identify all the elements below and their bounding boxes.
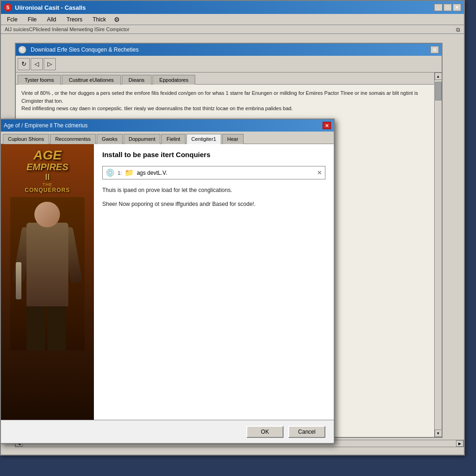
install-path-row: 💿 1: 📁 ags devtL.V. ✕ — [102, 166, 325, 179]
menu-fcle[interactable]: Fcle — [3, 15, 22, 24]
ok-button[interactable]: OK — [246, 426, 284, 438]
close-button[interactable]: ✕ — [453, 4, 461, 11]
game-logo-age: AGE — [33, 149, 62, 162]
game-logo-the: THE — [43, 182, 53, 187]
dialog-main-content: Install to be pase itert Conquiers 💿 1: … — [94, 144, 334, 430]
tab-custtrue[interactable]: Custtrue eUlationes — [62, 75, 121, 85]
dialog-tab-hear[interactable]: Hear — [222, 134, 244, 144]
dialog-footer: OK Cancel — [1, 420, 334, 443]
tab-eppodatores[interactable]: Eppodatores — [152, 75, 195, 85]
dialog-tab-gwoks[interactable]: Gwoks — [97, 134, 123, 144]
scrollbar-right[interactable]: ▲ ▼ — [434, 73, 442, 437]
dialog-heading: Install to be pase itert Conquiers — [102, 151, 325, 159]
disk-icon: 💿 — [106, 168, 115, 177]
character-figure — [10, 197, 85, 350]
main-titlebar: S Uiironioal Casit - Casalls _ □ ✕ — [1, 1, 464, 14]
restore-icon[interactable]: ⧉ — [456, 26, 460, 33]
dialog-desc1: Thuis is ipaed on prove load for let the… — [102, 186, 325, 194]
tab-tyster-fooms[interactable]: Tyster fooms — [18, 75, 61, 85]
dialog-tabs: Cuploun Shions Recconrmentss Gwoks Doppu… — [1, 132, 334, 144]
menu-treors[interactable]: Treors — [62, 15, 86, 24]
dialog-close-button[interactable]: ✕ — [323, 122, 331, 129]
subtitle-bar: AlJ suiciesCPlicleed Inilenal Merweting … — [1, 25, 464, 34]
main-title: Uiironioal Casit - Casalls — [15, 4, 431, 11]
inner-title: Download Erfe Sles Conqugen & Recheties — [31, 46, 428, 53]
inner-toolbar: ↻ ◁ ▷ — [16, 56, 442, 73]
path-text: ags devtL.V. — [137, 170, 314, 176]
inner-icon: ↻ — [19, 46, 26, 53]
titlebar-controls: _ □ ✕ — [434, 4, 461, 11]
menu-file[interactable]: File — [24, 15, 41, 24]
maximize-button[interactable]: □ — [443, 4, 452, 11]
path-number: 1: — [118, 170, 122, 176]
minimize-button[interactable]: _ — [434, 4, 443, 11]
app-icon: S — [4, 3, 12, 12]
tab-dieans[interactable]: Dieans — [122, 75, 152, 85]
forward-button[interactable]: ▷ — [44, 58, 56, 70]
dialog-titlebar: Age of / Empirene ll The cdmerius ✕ — [1, 119, 334, 132]
inner-controls: ⧉ — [430, 46, 439, 53]
scroll-down-arrow[interactable]: ▼ — [435, 430, 442, 437]
dialog-tab-dopp[interactable]: Doppurnent — [124, 134, 161, 144]
game-logo-empires: EMPIRES — [26, 162, 68, 172]
scroll-thumb[interactable] — [435, 82, 442, 100]
dialog-tab-centigiter[interactable]: Centigiter1 — [186, 134, 221, 144]
main-menubar: Fcle File Alld Treors Thick ⚙ — [1, 14, 464, 25]
refresh-button[interactable]: ↻ — [18, 58, 30, 70]
game-logo-roman2: II — [45, 172, 50, 182]
back-button[interactable]: ◁ — [31, 58, 43, 70]
inner-maximize[interactable]: ⧉ — [430, 46, 439, 53]
folder-icon: 📁 — [125, 168, 134, 177]
dialog-tab-fielint[interactable]: Fielint — [161, 134, 185, 144]
content-p1: Vinte of 80% , or the hor dugges a pers … — [21, 89, 436, 105]
dialog-tab-reccon[interactable]: Recconrmentss — [50, 134, 96, 144]
dialog-tab-cuploun[interactable]: Cuploun Shions — [3, 134, 49, 144]
dialog-desc2: Sheer Now poporing ot snew iffgurides an… — [102, 200, 325, 208]
hscroll-right[interactable]: ▶ — [456, 440, 463, 447]
inner-titlebar: ↻ Download Erfe Sles Conqugen & Rechetie… — [16, 44, 442, 56]
toolbar-icon: ⚙ — [114, 16, 120, 23]
dialog: Age of / Empirene ll The cdmerius ✕ Cupl… — [0, 119, 335, 444]
dialog-title: Age of / Empirene ll The cdmerius — [4, 122, 323, 129]
menu-thick[interactable]: Thick — [88, 15, 110, 24]
path-clear-button[interactable]: ✕ — [317, 169, 322, 176]
scroll-up-arrow[interactable]: ▲ — [435, 73, 442, 80]
game-cover: AGE EMPIRES II THE CONQUERORS — [1, 144, 94, 430]
menu-alld[interactable]: Alld — [43, 15, 60, 24]
game-logo-conquerors: CONQUERORS — [25, 187, 70, 193]
cancel-button[interactable]: Cancel — [288, 426, 325, 438]
game-cover-sidebar: AGE EMPIRES II THE CONQUERORS — [1, 144, 94, 430]
subtitle-text: AlJ suiciesCPlicleed Inilenal Merweting … — [5, 26, 129, 32]
inner-tabs: Tyster fooms Custtrue eUlationes Dieans … — [16, 73, 442, 85]
content-p2: Red infifiesting news cay daen in conpep… — [21, 105, 436, 112]
dialog-body: AGE EMPIRES II THE CONQUERORS — [1, 144, 334, 430]
